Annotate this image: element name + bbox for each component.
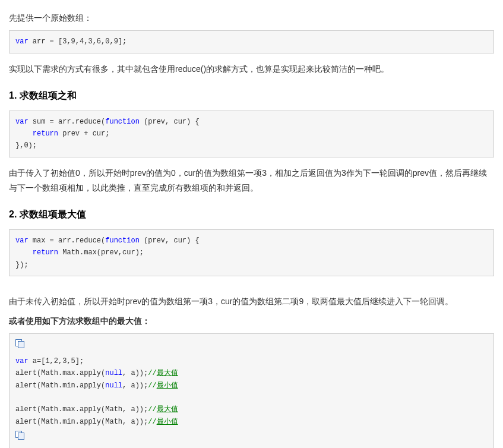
keyword-return: return <box>33 248 58 257</box>
comment-link-max[interactable]: 最大值 <box>157 405 178 414</box>
code-text: (prev, cur) { <box>140 236 200 245</box>
comment-slash: // <box>148 405 156 414</box>
code-text: alert(Math.min.apply(Math, a)); <box>15 418 148 426</box>
code-text: sum = arr.reduce( <box>29 118 106 126</box>
paragraph-sum-explanation: 由于传入了初始值0，所以开始时prev的值为0，cur的值为数组第一项3，相加之… <box>9 166 494 195</box>
code-text: alert(Math.max.apply(Math, a)); <box>15 405 148 414</box>
keyword-null: null <box>105 369 122 377</box>
code-block-apply: var a=[1,2,3,5];alert(Math.max.apply(nul… <box>9 333 494 448</box>
code-text: arr = [3,9,4,3,6,0,9]; <box>29 37 127 46</box>
code-text: alert(Math.min.apply( <box>15 381 105 390</box>
keyword-return: return <box>33 130 58 138</box>
keyword-var: var <box>15 357 29 365</box>
keyword-function: function <box>105 118 140 126</box>
code-text: , a)); <box>122 369 148 377</box>
comment-link-min[interactable]: 最小值 <box>157 381 178 390</box>
code-text: Math.max(prev,cur); <box>58 248 144 257</box>
keyword-var: var <box>15 37 29 46</box>
code-block-original-array: var arr = [3,9,4,3,6,0,9]; <box>9 30 494 53</box>
keyword-var: var <box>15 118 29 126</box>
comment-slash: // <box>148 381 156 390</box>
code-indent <box>15 130 33 138</box>
code-text: , a)); <box>122 381 148 390</box>
heading-max: 2. 求数组项最大值 <box>9 206 494 223</box>
comment-slash: // <box>148 418 156 426</box>
paragraph-max-explanation: 由于未传入初始值，所以开始时prev的值为数组第一项3，cur的值为数组第二项9… <box>9 294 494 309</box>
code-text: alert(Math.max.apply( <box>15 369 105 377</box>
keyword-null: null <box>105 381 122 390</box>
heading-sum: 1. 求数组项之和 <box>9 87 494 105</box>
keyword-function: function <box>105 236 140 245</box>
copy-icon[interactable] <box>15 431 25 439</box>
comment-link-max[interactable]: 最大值 <box>157 369 178 377</box>
code-text: },0); <box>15 140 488 152</box>
code-text: (prev, cur) { <box>140 118 200 126</box>
paragraph-alt-method: 或者使用如下方法求数组中的最大值： <box>9 314 494 329</box>
code-indent <box>15 248 33 257</box>
code-block-max: var max = arr.reduce(function (prev, cur… <box>9 229 494 276</box>
keyword-var: var <box>15 236 29 245</box>
code-text: max = arr.reduce( <box>29 236 106 245</box>
comment-slash: // <box>148 369 156 377</box>
code-text: prev + cur; <box>58 130 109 138</box>
intro-paragraph: 先提供一个原始数组： <box>9 11 494 26</box>
code-block-sum: var sum = arr.reduce(function (prev, cur… <box>9 111 494 157</box>
copy-icon[interactable] <box>15 339 25 348</box>
paragraph-intro-reduce: 实现以下需求的方式有很多，其中就包含使用reduce()的求解方式，也算是实现起… <box>9 62 494 77</box>
comment-link-min[interactable]: 最小值 <box>157 418 178 426</box>
code-text: }); <box>15 259 488 271</box>
code-text: a=[1,2,3,5]; <box>29 357 84 365</box>
